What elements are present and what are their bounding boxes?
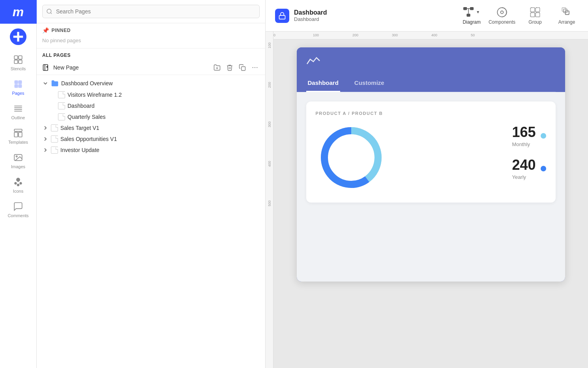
svg-rect-16	[19, 132, 22, 137]
copy-button[interactable]	[238, 63, 247, 72]
ruler-tick-vert-400: 400	[268, 161, 272, 167]
svg-point-28	[253, 67, 253, 68]
toolbar-actions: ▼ Diagram Components	[463, 7, 579, 25]
sidebar-item-images[interactable]: Images	[0, 148, 36, 172]
main-area: Dashboard Dashboard ▼ Diagram	[266, 0, 588, 368]
toolbar-arrange-label: Arrange	[558, 19, 575, 25]
sidebar-item-comments[interactable]: Comments	[0, 197, 36, 221]
dashboard-tabs: Dashboard Customize	[306, 75, 556, 92]
plus-icon	[10, 28, 26, 45]
app-logo[interactable]: m	[0, 0, 37, 24]
tree-item-sales-target[interactable]: Sales Target V1	[37, 122, 265, 133]
ruler-tick-500: 50	[471, 33, 475, 37]
pinned-label: PINNED	[52, 28, 71, 33]
new-page-button[interactable]: New Page	[42, 64, 79, 71]
svg-rect-34	[467, 13, 470, 16]
svg-rect-5	[19, 60, 22, 64]
tree-item-sales-opps[interactable]: Sales Opportunities V1	[37, 133, 265, 145]
ruler-tick-0: 0	[273, 33, 275, 37]
tree-item-label: Visitors Wireframe 1.2	[67, 92, 122, 98]
dashboard-overview-children: Visitors Wireframe 1.2 Dashboard Quarter…	[37, 89, 265, 122]
tree-item-quarterly-sales[interactable]: Quarterly Sales	[52, 111, 265, 122]
sidebar-item-templates[interactable]: Templates	[0, 123, 36, 148]
page-subtitle: Dashboard	[294, 16, 327, 22]
toolbar-group[interactable]: Group	[523, 7, 547, 25]
toolbar-diagram[interactable]: ▼ Diagram	[463, 7, 481, 25]
pages-panel: 📌 PINNED No pinned pages ALL PAGES New P…	[37, 0, 266, 368]
donut-chart	[316, 122, 387, 193]
tree-item-label: Dashboard	[67, 103, 95, 109]
chevron-right-icon	[42, 125, 49, 131]
tree-item-label: Quarterly Sales	[67, 114, 105, 120]
sidebar-item-pages[interactable]: Pages	[0, 74, 36, 99]
ruler-tick-100: 100	[313, 33, 319, 37]
svg-rect-42	[536, 13, 540, 17]
more-button[interactable]	[250, 63, 260, 72]
svg-rect-31	[279, 15, 285, 19]
svg-rect-9	[19, 84, 22, 88]
lock-title: Dashboard Dashboard	[275, 9, 453, 23]
images-icon	[13, 152, 23, 163]
chevron-down-icon	[42, 80, 49, 86]
sidebar-item-outline[interactable]: Outline	[0, 99, 36, 123]
toolbar-components-label: Components	[489, 19, 515, 25]
diagram-icon-row: ▼	[463, 7, 480, 18]
search-wrap	[42, 5, 260, 18]
tab-customize[interactable]: Customize	[353, 75, 386, 92]
tree-item-dashboard-overview[interactable]: Dashboard Overview	[37, 77, 265, 89]
ruler-left: 100 200 300 400 500	[266, 32, 273, 368]
sidebar-item-icons[interactable]: Icons	[0, 172, 36, 197]
new-page-row: New Page	[37, 60, 265, 75]
tree-item-investor-update[interactable]: Investor Update	[37, 145, 265, 156]
product-label: PRODUCT A / PRODUCT B	[316, 111, 503, 116]
ruler-tick-300: 300	[392, 33, 398, 37]
svg-rect-4	[14, 60, 18, 64]
tree-item-label: Dashboard Overview	[61, 80, 113, 86]
stat-dot-yearly	[541, 166, 546, 171]
add-button[interactable]	[10, 28, 26, 45]
svg-point-30	[257, 67, 257, 68]
dropdown-arrow: ▼	[476, 10, 480, 14]
new-page-icon	[42, 64, 50, 71]
tree-item-dashboard[interactable]: Dashboard	[52, 100, 265, 111]
trend-icon	[306, 55, 322, 66]
chevron-right-icon	[42, 147, 49, 153]
tree-item-visitors-wireframe[interactable]: Visitors Wireframe 1.2	[52, 89, 265, 100]
sidebar-item-pages-label: Pages	[12, 91, 24, 96]
stat-yearly-label: Yearly	[512, 174, 536, 180]
canvas-inner: Dashboard Customize PRODUCT A / PRODUCT …	[273, 39, 588, 368]
tree-item-label: Sales Target V1	[60, 125, 99, 131]
product-card-inner: PRODUCT A / PRODUCT B	[316, 111, 503, 193]
sidebar-item-stencils[interactable]: Stencils	[0, 50, 36, 74]
svg-rect-27	[242, 67, 245, 71]
wave-icon	[306, 55, 556, 69]
page-icon	[51, 146, 58, 154]
svg-rect-40	[536, 8, 540, 11]
tab-dashboard[interactable]: Dashboard	[306, 75, 340, 92]
diagram-flow-icon	[463, 7, 474, 18]
group-icon	[530, 7, 541, 18]
search-icon	[46, 8, 52, 15]
delete-button[interactable]	[225, 63, 234, 72]
add-folder-button[interactable]	[212, 63, 222, 72]
ruler-tick-200: 200	[352, 33, 358, 37]
stat-yearly-value: 240	[512, 157, 536, 173]
toolbar-components[interactable]: Components	[489, 7, 515, 25]
logo-letter: m	[13, 5, 24, 19]
no-pinned-text: No pinned pages	[42, 36, 260, 46]
toolbar-diagram-label: Diagram	[463, 19, 481, 25]
page-tree: Dashboard Overview Visitors Wireframe 1.…	[37, 75, 265, 368]
copy-icon	[239, 64, 246, 71]
search-input[interactable]	[42, 5, 260, 18]
svg-rect-32	[463, 7, 467, 9]
sidebar-item-stencils-label: Stencils	[11, 66, 26, 71]
sidebar-item-images-label: Images	[11, 164, 25, 169]
toolbar-arrange[interactable]: Arrange	[555, 7, 579, 25]
ruler-tick-vert-300: 300	[268, 121, 272, 127]
stat-monthly-value: 165	[512, 124, 536, 141]
svg-rect-15	[14, 132, 18, 137]
svg-point-18	[16, 156, 17, 157]
new-page-actions	[212, 63, 260, 72]
stat-monthly-label: Monthly	[512, 141, 536, 147]
svg-rect-14	[14, 129, 22, 131]
